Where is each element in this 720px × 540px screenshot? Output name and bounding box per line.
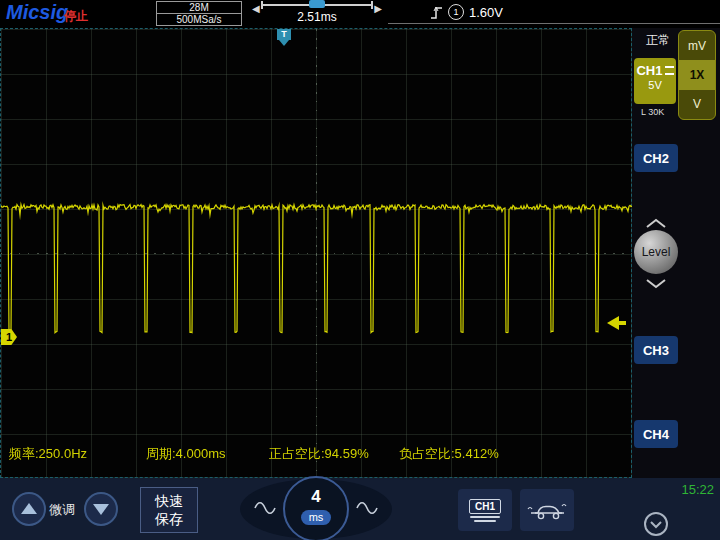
stack-icon — [470, 516, 500, 518]
auto-mode-button[interactable] — [520, 489, 574, 531]
trigger-position-pointer-icon — [279, 40, 289, 46]
ch1-label: CH1 — [636, 63, 662, 78]
trigger-level-arrow-icon[interactable] — [607, 316, 619, 330]
sine-left-icon[interactable] — [254, 501, 276, 515]
trace-select-button[interactable]: CH1 — [458, 489, 512, 531]
probe-1x-button[interactable]: 1X — [679, 60, 715, 89]
trigger-position-marker[interactable]: T — [277, 29, 291, 40]
horizontal-position-widget[interactable]: ◀ ▶ 2.51ms — [252, 0, 382, 26]
triangle-up-icon — [21, 503, 37, 514]
fine-up-button[interactable] — [12, 492, 46, 526]
timebase-dial-group: 4 ms — [240, 479, 392, 539]
trigger-slope-icon — [430, 5, 443, 20]
micsig-logo: Micsig — [6, 1, 68, 24]
vertical-scale-group: mV 1X V — [678, 30, 716, 120]
chevron-down-icon — [649, 520, 663, 529]
scale-mv-button[interactable]: mV — [679, 31, 715, 60]
measurement-positive-duty: 正占空比:94.59% — [269, 445, 369, 463]
car-icon — [527, 498, 567, 522]
timebase-dial[interactable]: 4 ms — [283, 476, 349, 540]
level-knob[interactable]: Level — [634, 230, 678, 274]
waveform-display-area[interactable]: T 1 频率:250.0Hz 周期:4.000ms 正占空比:94.59% 负占… — [0, 28, 632, 478]
fine-adjust-label: 微调 — [49, 501, 75, 519]
quick-save-button[interactable]: 快速 保存 — [140, 487, 198, 533]
run-stop-status[interactable]: 停止 — [64, 8, 88, 25]
oscilloscope-screen: Micsig 停止 28M 500MSa/s ◀ ▶ 2.51ms 1 1.60… — [0, 0, 720, 540]
ch3-button[interactable]: CH3 — [634, 336, 678, 364]
bottom-bar: 微调 快速 保存 4 ms CH1 — [0, 478, 720, 540]
waveform-canvas[interactable] — [1, 29, 633, 479]
ch1-scale: 5V — [634, 78, 676, 92]
triangle-down-icon — [93, 504, 109, 515]
right-control-panel: 正常 mV 1X V CH1 5V L 30K CH2 Level CH3 CH… — [632, 28, 720, 478]
timebase-value: 4 — [285, 487, 347, 507]
top-divider-line — [388, 23, 720, 24]
memory-depth: 28M — [157, 2, 241, 13]
stack-icon-2 — [474, 520, 496, 522]
ch2-button[interactable]: CH2 — [634, 144, 678, 172]
sine-right-icon[interactable] — [356, 501, 378, 515]
hpos-handle[interactable] — [309, 0, 325, 8]
ch1-bandwidth-info: L 30K — [641, 107, 664, 117]
trigger-readout[interactable]: 1 1.60V — [430, 4, 503, 20]
trigger-mode-label: 正常 — [646, 32, 670, 49]
measurement-period: 周期:4.000ms — [146, 445, 225, 463]
quick-save-line2: 保存 — [155, 510, 183, 528]
trigger-level-arrow-tail — [619, 321, 626, 325]
measurement-frequency: 频率:250.0Hz — [9, 445, 87, 463]
dc-coupling-icon — [665, 66, 674, 75]
trigger-source-badge: 1 — [448, 4, 464, 20]
scale-v-button[interactable]: V — [679, 90, 715, 119]
level-down-chevron-icon[interactable] — [645, 278, 667, 289]
collapse-button[interactable] — [644, 512, 668, 536]
ch1-button[interactable]: CH1 5V — [634, 58, 676, 104]
clock-time: 15:22 — [681, 482, 714, 497]
level-up-chevron-icon[interactable] — [645, 218, 667, 229]
hpos-right-tick — [371, 1, 373, 9]
sample-rate: 500MSa/s — [157, 13, 241, 25]
timebase-unit: ms — [301, 510, 332, 525]
fine-down-button[interactable] — [84, 492, 118, 526]
sample-info-box: 28M 500MSa/s — [156, 1, 242, 26]
measurement-negative-duty: 负占空比:5.412% — [399, 445, 499, 463]
top-bar: Micsig 停止 28M 500MSa/s ◀ ▶ 2.51ms 1 1.60… — [0, 0, 720, 28]
ch4-button[interactable]: CH4 — [634, 420, 678, 448]
trace-ch1-chip: CH1 — [469, 499, 501, 514]
trigger-level-value: 1.60V — [469, 5, 503, 20]
hpos-value: 2.51ms — [252, 10, 382, 24]
quick-save-line1: 快速 — [155, 492, 183, 510]
